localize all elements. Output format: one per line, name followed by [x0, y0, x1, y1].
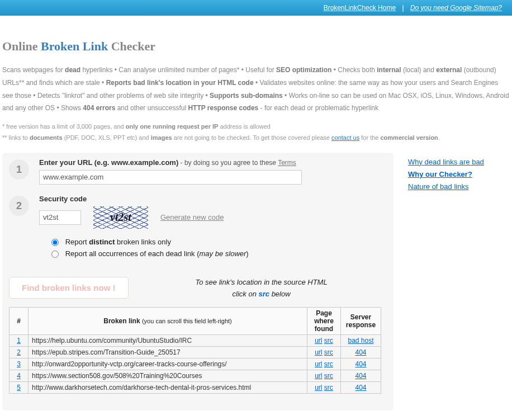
- header-broken-link: Broken link (you can scroll this field l…: [29, 307, 307, 334]
- row-number-link[interactable]: 5: [17, 384, 21, 391]
- security-code-input[interactable]: [39, 210, 81, 225]
- row-number-link[interactable]: 2: [17, 348, 21, 356]
- row-number-link[interactable]: 1: [17, 337, 21, 345]
- server-response-link[interactable]: bad host: [348, 337, 373, 345]
- table-row: 5http://www.darkhorsetech.com/darkhorse-…: [10, 381, 381, 393]
- broken-link-cell: https://help.ubuntu.com/community/Ubuntu…: [29, 334, 307, 346]
- server-response-link[interactable]: 404: [355, 384, 366, 391]
- page-url-link[interactable]: url: [315, 360, 322, 368]
- form-panel: 1 Enter your URL (e.g. www.example.com) …: [2, 153, 394, 410]
- broken-link-cell: https://epub.stripes.com/Transition-Guid…: [29, 346, 307, 358]
- table-row: 1https://help.ubuntu.com/community/Ubunt…: [10, 334, 381, 346]
- page-src-link[interactable]: src: [324, 348, 333, 356]
- header-number: #: [10, 307, 29, 334]
- step-1-badge: 1: [9, 159, 29, 180]
- side-link[interactable]: Nature of bad links: [408, 181, 510, 193]
- page-src-link[interactable]: src: [324, 337, 333, 345]
- header-server-response: Server response: [341, 307, 381, 334]
- server-response-link[interactable]: 404: [355, 348, 366, 356]
- table-row: 2https://epub.stripes.com/Transition-Gui…: [10, 346, 381, 358]
- radio-all[interactable]: Report all occurrences of each dead link…: [51, 249, 249, 258]
- step-1-label: Enter your URL (e.g. www.example.com) - …: [39, 158, 381, 167]
- side-link[interactable]: Why dead links are bad: [408, 156, 510, 168]
- table-row: 3http://onward2opportunity-vctp.org/care…: [10, 358, 381, 370]
- step-2-label: Security code: [39, 195, 381, 203]
- step-2-badge: 2: [9, 196, 29, 216]
- radio-distinct-input[interactable]: [51, 239, 59, 246]
- separator: |: [397, 4, 408, 12]
- radio-all-input[interactable]: [51, 251, 59, 258]
- captcha-image: vt2st: [93, 206, 148, 229]
- header-page-found: Page where found: [307, 307, 341, 334]
- description: Scans webpages for dead hyperlinks • Can…: [2, 64, 510, 115]
- table-row: 4https://www.section508.gov/508%20Traini…: [10, 370, 381, 381]
- hint-text: To see link's location in the source HTM…: [129, 277, 328, 300]
- server-response-link[interactable]: 404: [355, 360, 366, 368]
- page-url-link[interactable]: url: [315, 372, 322, 380]
- footnote-documents: ** links to documents (PDF, DOC, XLS, PP…: [2, 133, 510, 144]
- results-table: # Broken link (you can scroll this field…: [9, 307, 381, 394]
- footnote-pages-limit: * free version has a limit of 3,000 page…: [2, 121, 510, 133]
- url-input[interactable]: [39, 170, 302, 185]
- row-number-link[interactable]: 4: [17, 372, 21, 380]
- broken-link-cell: http://www.darkhorsetech.com/darkhorse-t…: [29, 381, 307, 393]
- side-link[interactable]: Why our Checker?: [408, 168, 510, 181]
- page-title: Online Broken Link Checker: [2, 39, 510, 54]
- row-number-link[interactable]: 3: [17, 360, 21, 368]
- top-bar: BrokenLinkCheck Home | Do you need Googl…: [0, 0, 512, 16]
- terms-link[interactable]: Terms: [278, 159, 296, 167]
- server-response-link[interactable]: 404: [355, 372, 366, 380]
- page-src-link[interactable]: src: [324, 360, 333, 368]
- page-url-link[interactable]: url: [315, 337, 322, 345]
- page-url-link[interactable]: url: [315, 348, 322, 356]
- sitemap-link[interactable]: Do you need Google Sitemap?: [410, 4, 502, 12]
- generate-code-link[interactable]: Generate new code: [160, 213, 224, 221]
- page-url-link[interactable]: url: [315, 384, 322, 391]
- radio-distinct[interactable]: Report distinct broken links only: [51, 238, 171, 246]
- find-broken-links-button[interactable]: Find broken links now !: [9, 277, 129, 299]
- broken-link-cell: https://www.section508.gov/508%20Trainin…: [29, 370, 307, 381]
- home-link[interactable]: BrokenLinkCheck Home: [324, 4, 396, 12]
- side-links: Why dead links are badWhy our Checker?Na…: [394, 153, 510, 193]
- contact-us-link[interactable]: contact us: [331, 134, 359, 141]
- page-src-link[interactable]: src: [324, 384, 333, 391]
- page-src-link[interactable]: src: [324, 372, 333, 380]
- broken-link-cell: http://onward2opportunity-vctp.org/caree…: [29, 358, 307, 370]
